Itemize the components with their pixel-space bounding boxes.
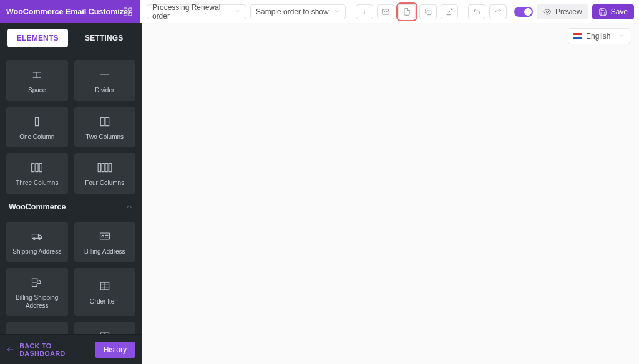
table-icon: [99, 279, 111, 293]
editor-canvas[interactable]: English: [142, 23, 639, 364]
element-hook[interactable]: Hook: [6, 322, 68, 334]
svg-rect-13: [36, 117, 39, 125]
email-template-select[interactable]: Processing Renewal order: [147, 4, 246, 19]
svg-rect-0: [124, 8, 127, 11]
enable-toggle[interactable]: [514, 7, 533, 17]
sample-order-select[interactable]: Sample order to show: [250, 4, 346, 19]
flag-us-icon: [573, 33, 582, 39]
svg-rect-30: [32, 279, 37, 282]
svg-rect-22: [109, 163, 111, 171]
section-woocommerce-header[interactable]: WooCommerce: [6, 194, 135, 214]
top-bar: WooCommerce Email Customizer Processing …: [0, 0, 639, 23]
chevron-down-icon: [334, 7, 340, 16]
svg-rect-20: [102, 163, 104, 171]
brand-bar: WooCommerce Email Customizer: [0, 0, 140, 23]
svg-point-27: [102, 235, 104, 237]
element-order-item-download[interactable]: Order Item Download: [74, 322, 136, 334]
svg-rect-2: [124, 12, 127, 16]
preview-button[interactable]: Preview: [537, 4, 588, 19]
language-select[interactable]: English: [568, 28, 630, 44]
two-columns-icon: [98, 115, 112, 128]
element-order-item[interactable]: Order Item: [74, 268, 136, 316]
copy-button[interactable]: [419, 4, 437, 19]
layout-grid-icon[interactable]: [120, 4, 135, 19]
save-button[interactable]: Save: [592, 4, 634, 19]
back-to-dashboard[interactable]: BACK TO DASHBOARD: [6, 342, 95, 357]
svg-rect-3: [129, 12, 132, 16]
svg-rect-1: [129, 8, 132, 11]
one-column-icon: [31, 115, 43, 128]
history-button[interactable]: History: [95, 342, 135, 358]
preview-label: Preview: [555, 7, 582, 16]
chevron-up-icon: [125, 203, 133, 212]
truck-card-icon: [31, 275, 43, 289]
svg-rect-14: [100, 117, 104, 125]
element-divider[interactable]: Divider: [74, 60, 136, 101]
svg-rect-23: [32, 234, 39, 238]
element-shipping-address[interactable]: Shipping Address: [6, 222, 68, 262]
undo-button[interactable]: [468, 4, 485, 19]
sample-order-select-value: Sample order to show: [256, 7, 329, 16]
space-icon: [31, 68, 43, 82]
sidebar-footer: BACK TO DASHBOARD History: [0, 334, 142, 364]
redo-button[interactable]: [489, 4, 507, 19]
info-button[interactable]: [356, 4, 373, 19]
element-billing-address[interactable]: Billing Address: [74, 222, 136, 262]
send-test-email-button[interactable]: [377, 4, 394, 19]
svg-point-8: [546, 11, 549, 13]
blank-template-button[interactable]: [398, 4, 416, 19]
email-template-select-value: Processing Renewal order: [152, 3, 235, 21]
table-download-icon: [99, 330, 111, 334]
element-billing-shipping-address[interactable]: Billing Shipping Address: [6, 268, 68, 316]
tab-settings[interactable]: SETTINGS: [74, 29, 135, 47]
element-space[interactable]: Space: [6, 60, 68, 101]
svg-rect-18: [39, 163, 42, 171]
svg-point-25: [39, 237, 40, 239]
sidebar-tabs: ELEMENTS SETTINGS: [0, 23, 142, 53]
svg-rect-21: [105, 163, 108, 171]
svg-rect-15: [105, 117, 109, 125]
element-three-columns[interactable]: Three Columns: [6, 153, 68, 194]
chevron-down-icon: [235, 7, 241, 16]
chevron-down-icon: [618, 32, 625, 41]
svg-rect-17: [36, 163, 38, 171]
redirect-button[interactable]: [441, 4, 458, 19]
svg-rect-6: [383, 9, 389, 14]
toolbar: Processing Renewal order Sample order to…: [140, 4, 639, 19]
element-one-column[interactable]: One Column: [6, 107, 68, 148]
four-columns-icon: [97, 161, 113, 175]
svg-rect-31: [32, 284, 37, 287]
truck-icon: [31, 229, 43, 243]
elements-panel[interactable]: Space Divider One Column: [0, 53, 142, 334]
svg-rect-19: [98, 163, 100, 171]
divider-icon: [99, 68, 111, 82]
sidebar: ELEMENTS SETTINGS Space Divider: [0, 23, 142, 364]
app-title: WooCommerce Email Customizer: [6, 7, 134, 16]
element-four-columns[interactable]: Four Columns: [74, 153, 136, 194]
save-label: Save: [611, 7, 628, 16]
tab-elements[interactable]: ELEMENTS: [7, 29, 68, 47]
svg-rect-7: [427, 11, 431, 14]
element-two-columns[interactable]: Two Columns: [74, 107, 136, 148]
three-columns-icon: [29, 161, 44, 175]
language-label: English: [586, 32, 610, 41]
svg-rect-16: [32, 163, 34, 171]
svg-point-24: [34, 237, 36, 239]
id-card-icon: [99, 229, 111, 243]
